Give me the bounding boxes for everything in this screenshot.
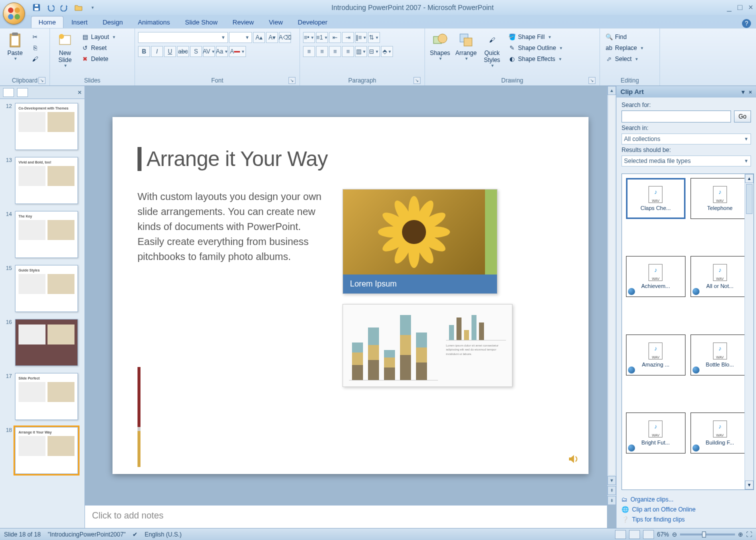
font-color-button[interactable]: A▼: [229, 46, 246, 57]
results-scrollbar[interactable]: ▲▼: [744, 174, 754, 490]
shrink-font-button[interactable]: A▾: [266, 32, 278, 43]
clipart-item[interactable]: WAVTelephone: [690, 178, 750, 219]
thumbnail-slide-17[interactable]: 17Slide Perfect: [3, 373, 82, 420]
thumbnail-slide-16[interactable]: 16: [3, 319, 82, 366]
font-size-combo[interactable]: ▼: [229, 32, 252, 43]
reset-button[interactable]: ↺Reset: [79, 43, 118, 53]
increase-indent-button[interactable]: ⇥: [342, 32, 354, 43]
font-launcher[interactable]: ↘: [288, 77, 296, 84]
shadow-button[interactable]: S: [190, 46, 202, 57]
paste-button[interactable]: Paste ▼: [3, 30, 27, 62]
shapes-button[interactable]: Shapes▼: [428, 30, 452, 62]
slide-image-card[interactable]: Lorem Ipsum: [342, 189, 498, 294]
sound-icon[interactable]: [568, 453, 580, 465]
thumbnail-slide-12[interactable]: 12Co-Development with Themes: [3, 103, 82, 150]
text-direction-button[interactable]: ⇅▼: [368, 32, 380, 43]
char-spacing-button[interactable]: AV▼: [203, 46, 215, 57]
clipart-item[interactable]: WAVAll or Not...: [690, 256, 750, 297]
find-button[interactable]: 🔍Find: [603, 32, 628, 42]
justify-button[interactable]: ≡: [342, 46, 354, 57]
tab-review[interactable]: Review: [226, 16, 261, 28]
tab-developer[interactable]: Developer: [291, 16, 334, 28]
bullets-button[interactable]: ≡•▼: [303, 32, 315, 43]
zoom-out-button[interactable]: ⊖: [672, 531, 677, 538]
tab-animations[interactable]: Animations: [131, 16, 177, 28]
normal-view-button[interactable]: [615, 530, 626, 539]
search-in-combo[interactable]: All collections▼: [622, 134, 751, 144]
prev-slide-button[interactable]: ⇞: [608, 486, 616, 495]
thumbnail-slide-15[interactable]: 15Guide Styles: [3, 265, 82, 312]
save-icon[interactable]: [31, 2, 42, 13]
new-slide-button[interactable]: New Slide▼: [53, 30, 77, 70]
office-online-link[interactable]: 🌐Clip art on Office Online: [622, 506, 751, 513]
align-center-button[interactable]: ≡: [316, 46, 328, 57]
clipart-item[interactable]: WAVAchievem...: [626, 256, 686, 297]
thumbnail-slide-18[interactable]: 18Arrange it Your Way: [3, 427, 82, 474]
quick-styles-button[interactable]: 🖌Quick Styles▼: [480, 30, 504, 70]
layout-button[interactable]: ▤Layout▼: [79, 32, 118, 42]
copy-button[interactable]: ⎘: [29, 43, 41, 53]
delete-button[interactable]: ✖Delete: [79, 54, 118, 64]
pane-menu-button[interactable]: ▼: [740, 89, 746, 95]
redo-icon[interactable]: [59, 2, 70, 13]
cut-button[interactable]: ✂: [29, 32, 41, 42]
organize-clips-link[interactable]: 🗂Organize clips...: [622, 496, 751, 503]
tab-view[interactable]: View: [262, 16, 290, 28]
smartart-button[interactable]: ⬘▼: [381, 46, 393, 57]
slide-chart-card[interactable]: Lorem ipsum dolor sit amet consectetur a…: [342, 304, 512, 387]
clipart-search-input[interactable]: [622, 110, 731, 122]
maximize-button[interactable]: □: [738, 3, 742, 12]
minimize-button[interactable]: _: [727, 3, 732, 12]
thumbnail-list[interactable]: 12Co-Development with Themes13Vivid and …: [0, 99, 84, 528]
numbering-button[interactable]: ≡1▼: [316, 32, 328, 43]
slide-body-text[interactable]: With custom layouts you design your own …: [138, 189, 328, 387]
fit-to-window-button[interactable]: ⛶: [746, 531, 752, 538]
clipart-results[interactable]: WAVClaps Che...WAVTelephoneWAVAchievem..…: [622, 174, 754, 490]
next-slide-button[interactable]: ⇟: [608, 496, 616, 505]
decrease-indent-button[interactable]: ⇤: [329, 32, 341, 43]
zoom-slider[interactable]: [680, 534, 735, 536]
slide-title[interactable]: Arrange it Your Way: [138, 147, 564, 171]
paragraph-launcher[interactable]: ↘: [414, 77, 420, 84]
open-icon[interactable]: [73, 2, 84, 13]
tab-slideshow[interactable]: Slide Show: [178, 16, 224, 28]
format-painter-button[interactable]: 🖌: [29, 54, 41, 64]
status-language[interactable]: English (U.S.): [144, 531, 182, 538]
clipart-item[interactable]: WAVClaps Che...: [626, 178, 686, 219]
spellcheck-icon[interactable]: ✔: [132, 531, 138, 538]
tab-design[interactable]: Design: [96, 16, 130, 28]
thumbnail-slide-13[interactable]: 13Vivid and Bold, too!: [3, 157, 82, 204]
office-button[interactable]: [3, 2, 25, 24]
scroll-up-button[interactable]: ▲: [608, 86, 616, 95]
clipart-item[interactable]: WAVBuilding F...: [690, 412, 750, 454]
thumbnail-slide-14[interactable]: 14The Key: [3, 211, 82, 258]
bold-button[interactable]: B: [138, 46, 150, 57]
select-button[interactable]: ⬀Select▼: [603, 54, 640, 64]
clipart-item[interactable]: WAVBottle Blo...: [690, 334, 750, 376]
align-left-button[interactable]: ≡: [303, 46, 315, 57]
qat-customize-icon[interactable]: ▾: [87, 2, 98, 13]
clear-formatting-button[interactable]: A⌫: [279, 32, 291, 43]
font-family-combo[interactable]: ▼: [138, 32, 228, 43]
change-case-button[interactable]: Aa▼: [216, 46, 228, 57]
close-thumbnails-button[interactable]: ×: [78, 88, 82, 96]
grow-font-button[interactable]: A▴: [253, 32, 265, 43]
clipboard-launcher[interactable]: ↘: [38, 77, 46, 84]
italic-button[interactable]: I: [151, 46, 163, 57]
underline-button[interactable]: U: [164, 46, 176, 57]
undo-icon[interactable]: [45, 2, 56, 13]
slide-canvas[interactable]: Arrange it Your Way With custom layouts …: [112, 117, 588, 474]
sorter-view-button[interactable]: [629, 530, 640, 539]
notes-pane[interactable]: Click to add notes: [85, 505, 607, 528]
align-right-button[interactable]: ≡: [329, 46, 341, 57]
columns-button[interactable]: ▥▼: [355, 46, 367, 57]
outline-view-tab[interactable]: [17, 88, 28, 97]
strikethrough-button[interactable]: abc: [177, 46, 189, 57]
tips-link[interactable]: ❔Tips for finding clips: [622, 516, 751, 523]
close-button[interactable]: ×: [748, 3, 753, 12]
tab-insert[interactable]: Insert: [64, 16, 95, 28]
slideshow-view-button[interactable]: [643, 530, 654, 539]
replace-button[interactable]: abReplace▼: [603, 43, 646, 53]
shape-fill-button[interactable]: 🪣Shape Fill▼: [506, 32, 565, 42]
shape-outline-button[interactable]: ✎Shape Outline▼: [506, 43, 565, 53]
